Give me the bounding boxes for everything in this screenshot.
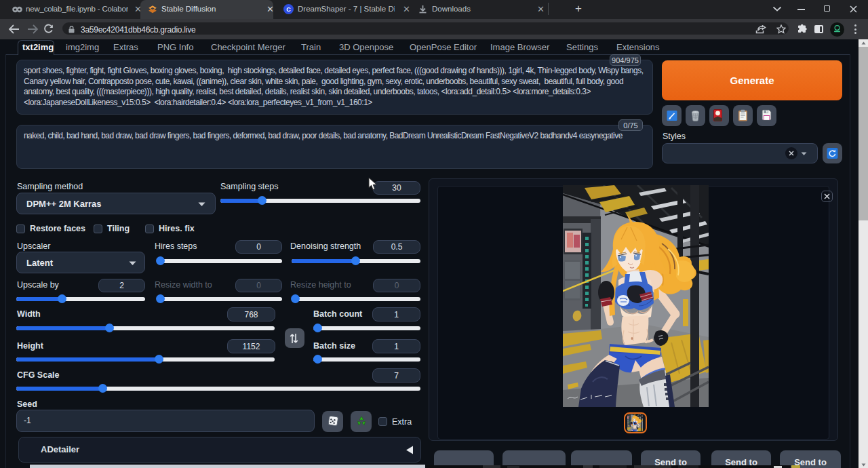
svg-text:C: C [286,6,291,13]
